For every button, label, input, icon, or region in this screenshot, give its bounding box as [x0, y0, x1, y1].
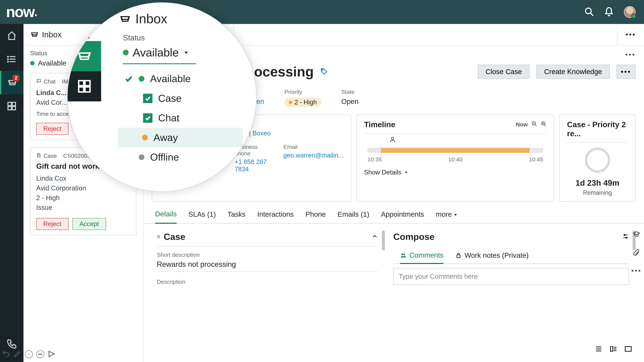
- tab-interactions[interactable]: Interactions: [257, 210, 294, 223]
- rail-more-icon[interactable]: •••: [631, 267, 642, 275]
- status-option-available[interactable]: Available: [124, 69, 243, 88]
- inbox-title: Inbox: [42, 30, 62, 39]
- state-value: Open: [341, 97, 358, 106]
- drag-handle-icon[interactable]: ≡: [157, 233, 160, 240]
- timeline-user-icon: [389, 136, 396, 143]
- reject-button[interactable]: Reject: [36, 123, 68, 135]
- reject-button[interactable]: Reject: [36, 218, 68, 230]
- view-full-icon[interactable]: [624, 345, 632, 354]
- checkbox-checked-icon: [143, 94, 152, 103]
- scrollbar[interactable]: [382, 230, 385, 251]
- svg-point-27: [392, 137, 394, 139]
- edit-icon[interactable]: [14, 350, 22, 359]
- sla-card: Case - Priority 2 re... 1d 23h 49m Remai…: [559, 115, 636, 202]
- zoom-in-icon[interactable]: [541, 121, 546, 128]
- svg-rect-40: [610, 347, 613, 351]
- case-icon: [36, 152, 41, 159]
- compose-tab-worknotes[interactable]: Work notes (Private): [455, 251, 528, 263]
- svg-rect-52: [85, 87, 90, 92]
- status-options: Available Case Chat Away Offline: [124, 69, 243, 167]
- actions-more-icon[interactable]: •••: [616, 65, 636, 79]
- case-form: ≡ Case Short description Rewards not pro…: [152, 224, 385, 287]
- business-link[interactable]: +1 858 287 7834: [234, 158, 267, 173]
- svg-rect-11: [12, 107, 16, 110]
- timeline-bar[interactable]: [368, 148, 543, 153]
- short-description-field[interactable]: Rewards not processing: [157, 260, 378, 272]
- forward-icon[interactable]: [48, 350, 56, 359]
- tab-appointments[interactable]: Appointments: [381, 210, 424, 223]
- timeline-now[interactable]: Now: [516, 121, 528, 128]
- svg-line-22: [535, 124, 536, 126]
- priority-chip: 2 - High: [284, 98, 321, 107]
- email-link[interactable]: geo.warren@mailin...: [283, 152, 344, 159]
- tag-icon[interactable]: [320, 68, 328, 76]
- mag-rail-dashboard[interactable]: [68, 71, 101, 101]
- tab-details[interactable]: Details: [155, 210, 176, 224]
- status-dot-icon: [123, 50, 129, 55]
- minus-circle-icon[interactable]: −: [25, 350, 33, 358]
- inbox-badge: 2: [12, 75, 20, 81]
- rail-home[interactable]: [0, 24, 24, 47]
- page-more-icon[interactable]: •••: [625, 51, 636, 59]
- status-option-offline[interactable]: Offline: [124, 147, 243, 167]
- compose-tab-comments[interactable]: Comments: [400, 251, 444, 264]
- tab-slas[interactable]: SLAs (1): [188, 210, 216, 223]
- svg-point-5: [8, 56, 8, 57]
- rail-dashboard[interactable]: [0, 94, 24, 118]
- chat-icon: [36, 78, 41, 85]
- tab-phone[interactable]: Phone: [306, 210, 326, 223]
- dot-orange-icon: [142, 135, 148, 140]
- svg-point-6: [8, 59, 8, 60]
- svg-marker-53: [184, 52, 188, 54]
- ellipsis-circle-icon[interactable]: •••: [36, 350, 44, 358]
- bell-icon[interactable]: [604, 7, 614, 17]
- tab-tasks[interactable]: Tasks: [228, 210, 246, 223]
- record-title: ocessing: [254, 64, 314, 80]
- view-split-icon[interactable]: [610, 345, 618, 354]
- dot-gray-icon: [139, 154, 144, 160]
- view-list-icon[interactable]: [595, 345, 603, 354]
- status-dropdown[interactable]: Available: [123, 46, 196, 64]
- undo-icon[interactable]: [2, 350, 10, 359]
- graduation-icon[interactable]: [633, 230, 640, 239]
- status-option-away[interactable]: Away: [118, 128, 243, 147]
- svg-rect-8: [8, 102, 12, 106]
- timeline-card: Timeline Now: [356, 115, 554, 202]
- avatar[interactable]: [624, 6, 636, 18]
- create-knowledge-button[interactable]: Create Knowledge: [536, 65, 610, 79]
- tabs-more-icon[interactable]: •••: [617, 24, 644, 45]
- svg-point-7: [8, 61, 8, 62]
- company-link[interactable]: Boxeo: [252, 130, 271, 137]
- collapse-icon[interactable]: [372, 233, 378, 240]
- svg-point-34: [401, 254, 403, 255]
- comments-input[interactable]: Type your Comments here: [393, 268, 629, 285]
- svg-marker-45: [49, 351, 54, 357]
- rail-list[interactable]: [0, 47, 24, 71]
- svg-rect-44: [625, 347, 631, 351]
- tab-more[interactable]: more: [436, 210, 458, 223]
- svg-rect-50: [85, 81, 90, 86]
- svg-point-0: [586, 8, 591, 14]
- status-channel-case[interactable]: Case: [143, 88, 243, 108]
- close-case-button[interactable]: Close Case: [478, 65, 530, 79]
- left-rail: 2: [0, 24, 24, 362]
- sla-ring-icon: [585, 147, 610, 173]
- activity-rail: •••: [629, 230, 644, 275]
- svg-rect-9: [12, 102, 16, 106]
- svg-point-19: [322, 69, 323, 70]
- accept-button[interactable]: Accept: [72, 218, 106, 230]
- rail-inbox[interactable]: 2: [0, 71, 24, 94]
- checkbox-checked-icon: [143, 113, 152, 123]
- status-dot-icon: [30, 61, 34, 65]
- compose-settings-icon[interactable]: [622, 233, 629, 240]
- search-icon[interactable]: [584, 7, 594, 17]
- overlay-toolbar: − •••: [2, 350, 56, 359]
- show-details-toggle[interactable]: Show Details: [364, 169, 408, 176]
- status-channel-chat[interactable]: Chat: [143, 108, 243, 128]
- attachment-icon[interactable]: [633, 249, 640, 257]
- zoom-out-icon[interactable]: [532, 121, 537, 128]
- tab-emails[interactable]: Emails (1): [338, 210, 369, 223]
- brand-bar: now.: [0, 0, 644, 24]
- detail-tabs: Details SLAs (1) Tasks Interactions Phon…: [144, 202, 644, 224]
- sla-time: 1d 23h 49m: [567, 178, 628, 188]
